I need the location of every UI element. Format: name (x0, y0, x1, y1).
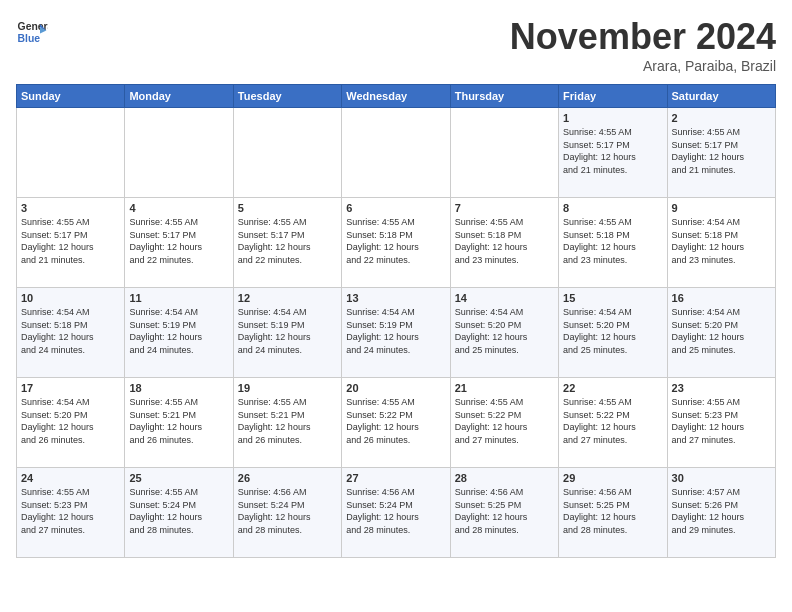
day-number: 10 (21, 292, 120, 304)
day-info: Sunrise: 4:56 AM Sunset: 5:24 PM Dayligh… (238, 486, 337, 536)
calendar-cell: 12Sunrise: 4:54 AM Sunset: 5:19 PM Dayli… (233, 288, 341, 378)
day-number: 23 (672, 382, 771, 394)
day-info: Sunrise: 4:55 AM Sunset: 5:23 PM Dayligh… (672, 396, 771, 446)
calendar-cell: 1Sunrise: 4:55 AM Sunset: 5:17 PM Daylig… (559, 108, 667, 198)
calendar-cell: 3Sunrise: 4:55 AM Sunset: 5:17 PM Daylig… (17, 198, 125, 288)
day-info: Sunrise: 4:55 AM Sunset: 5:17 PM Dayligh… (672, 126, 771, 176)
calendar-cell: 16Sunrise: 4:54 AM Sunset: 5:20 PM Dayli… (667, 288, 775, 378)
day-info: Sunrise: 4:54 AM Sunset: 5:20 PM Dayligh… (455, 306, 554, 356)
weekday-header-saturday: Saturday (667, 85, 775, 108)
day-info: Sunrise: 4:54 AM Sunset: 5:18 PM Dayligh… (21, 306, 120, 356)
calendar-cell: 15Sunrise: 4:54 AM Sunset: 5:20 PM Dayli… (559, 288, 667, 378)
day-info: Sunrise: 4:56 AM Sunset: 5:25 PM Dayligh… (455, 486, 554, 536)
svg-text:Blue: Blue (18, 33, 41, 44)
day-number: 11 (129, 292, 228, 304)
day-info: Sunrise: 4:55 AM Sunset: 5:18 PM Dayligh… (563, 216, 662, 266)
weekday-header-monday: Monday (125, 85, 233, 108)
calendar-cell: 21Sunrise: 4:55 AM Sunset: 5:22 PM Dayli… (450, 378, 558, 468)
month-title: November 2024 (510, 16, 776, 58)
day-info: Sunrise: 4:55 AM Sunset: 5:22 PM Dayligh… (563, 396, 662, 446)
day-number: 8 (563, 202, 662, 214)
calendar-cell (233, 108, 341, 198)
calendar-cell: 23Sunrise: 4:55 AM Sunset: 5:23 PM Dayli… (667, 378, 775, 468)
day-number: 2 (672, 112, 771, 124)
day-number: 6 (346, 202, 445, 214)
day-info: Sunrise: 4:55 AM Sunset: 5:23 PM Dayligh… (21, 486, 120, 536)
day-info: Sunrise: 4:55 AM Sunset: 5:17 PM Dayligh… (129, 216, 228, 266)
calendar-cell: 17Sunrise: 4:54 AM Sunset: 5:20 PM Dayli… (17, 378, 125, 468)
day-info: Sunrise: 4:56 AM Sunset: 5:25 PM Dayligh… (563, 486, 662, 536)
day-number: 21 (455, 382, 554, 394)
day-info: Sunrise: 4:54 AM Sunset: 5:18 PM Dayligh… (672, 216, 771, 266)
calendar-cell: 5Sunrise: 4:55 AM Sunset: 5:17 PM Daylig… (233, 198, 341, 288)
day-number: 13 (346, 292, 445, 304)
day-number: 18 (129, 382, 228, 394)
day-info: Sunrise: 4:55 AM Sunset: 5:17 PM Dayligh… (238, 216, 337, 266)
day-info: Sunrise: 4:55 AM Sunset: 5:18 PM Dayligh… (346, 216, 445, 266)
day-number: 16 (672, 292, 771, 304)
day-number: 22 (563, 382, 662, 394)
calendar-cell (17, 108, 125, 198)
day-info: Sunrise: 4:57 AM Sunset: 5:26 PM Dayligh… (672, 486, 771, 536)
day-info: Sunrise: 4:54 AM Sunset: 5:19 PM Dayligh… (346, 306, 445, 356)
calendar-cell (125, 108, 233, 198)
day-number: 12 (238, 292, 337, 304)
day-info: Sunrise: 4:54 AM Sunset: 5:19 PM Dayligh… (238, 306, 337, 356)
day-info: Sunrise: 4:54 AM Sunset: 5:20 PM Dayligh… (563, 306, 662, 356)
calendar-cell: 8Sunrise: 4:55 AM Sunset: 5:18 PM Daylig… (559, 198, 667, 288)
day-info: Sunrise: 4:56 AM Sunset: 5:24 PM Dayligh… (346, 486, 445, 536)
calendar-cell: 28Sunrise: 4:56 AM Sunset: 5:25 PM Dayli… (450, 468, 558, 558)
calendar-cell: 13Sunrise: 4:54 AM Sunset: 5:19 PM Dayli… (342, 288, 450, 378)
day-number: 24 (21, 472, 120, 484)
calendar-cell: 20Sunrise: 4:55 AM Sunset: 5:22 PM Dayli… (342, 378, 450, 468)
day-info: Sunrise: 4:55 AM Sunset: 5:21 PM Dayligh… (238, 396, 337, 446)
day-number: 27 (346, 472, 445, 484)
calendar-cell: 30Sunrise: 4:57 AM Sunset: 5:26 PM Dayli… (667, 468, 775, 558)
day-info: Sunrise: 4:55 AM Sunset: 5:18 PM Dayligh… (455, 216, 554, 266)
day-info: Sunrise: 4:55 AM Sunset: 5:24 PM Dayligh… (129, 486, 228, 536)
calendar-cell (342, 108, 450, 198)
day-info: Sunrise: 4:55 AM Sunset: 5:22 PM Dayligh… (455, 396, 554, 446)
day-info: Sunrise: 4:54 AM Sunset: 5:19 PM Dayligh… (129, 306, 228, 356)
calendar-cell: 18Sunrise: 4:55 AM Sunset: 5:21 PM Dayli… (125, 378, 233, 468)
day-number: 1 (563, 112, 662, 124)
day-number: 28 (455, 472, 554, 484)
location-subtitle: Arara, Paraiba, Brazil (510, 58, 776, 74)
day-number: 30 (672, 472, 771, 484)
day-info: Sunrise: 4:55 AM Sunset: 5:22 PM Dayligh… (346, 396, 445, 446)
calendar-cell: 24Sunrise: 4:55 AM Sunset: 5:23 PM Dayli… (17, 468, 125, 558)
calendar-cell: 22Sunrise: 4:55 AM Sunset: 5:22 PM Dayli… (559, 378, 667, 468)
weekday-header-friday: Friday (559, 85, 667, 108)
day-number: 9 (672, 202, 771, 214)
day-number: 19 (238, 382, 337, 394)
day-info: Sunrise: 4:55 AM Sunset: 5:17 PM Dayligh… (563, 126, 662, 176)
page-header: General Blue November 2024 Arara, Paraib… (16, 16, 776, 74)
logo: General Blue (16, 16, 48, 48)
calendar-cell: 25Sunrise: 4:55 AM Sunset: 5:24 PM Dayli… (125, 468, 233, 558)
calendar-cell: 19Sunrise: 4:55 AM Sunset: 5:21 PM Dayli… (233, 378, 341, 468)
day-number: 20 (346, 382, 445, 394)
logo-icon: General Blue (16, 16, 48, 48)
calendar-table: SundayMondayTuesdayWednesdayThursdayFrid… (16, 84, 776, 558)
weekday-header-sunday: Sunday (17, 85, 125, 108)
day-number: 7 (455, 202, 554, 214)
calendar-cell: 2Sunrise: 4:55 AM Sunset: 5:17 PM Daylig… (667, 108, 775, 198)
calendar-cell: 26Sunrise: 4:56 AM Sunset: 5:24 PM Dayli… (233, 468, 341, 558)
day-number: 4 (129, 202, 228, 214)
calendar-cell: 27Sunrise: 4:56 AM Sunset: 5:24 PM Dayli… (342, 468, 450, 558)
calendar-cell: 11Sunrise: 4:54 AM Sunset: 5:19 PM Dayli… (125, 288, 233, 378)
day-number: 25 (129, 472, 228, 484)
calendar-cell: 9Sunrise: 4:54 AM Sunset: 5:18 PM Daylig… (667, 198, 775, 288)
calendar-cell: 10Sunrise: 4:54 AM Sunset: 5:18 PM Dayli… (17, 288, 125, 378)
weekday-header-tuesday: Tuesday (233, 85, 341, 108)
day-number: 14 (455, 292, 554, 304)
weekday-header-thursday: Thursday (450, 85, 558, 108)
day-number: 3 (21, 202, 120, 214)
day-number: 5 (238, 202, 337, 214)
day-number: 26 (238, 472, 337, 484)
calendar-cell: 7Sunrise: 4:55 AM Sunset: 5:18 PM Daylig… (450, 198, 558, 288)
day-info: Sunrise: 4:55 AM Sunset: 5:21 PM Dayligh… (129, 396, 228, 446)
calendar-cell: 4Sunrise: 4:55 AM Sunset: 5:17 PM Daylig… (125, 198, 233, 288)
day-info: Sunrise: 4:55 AM Sunset: 5:17 PM Dayligh… (21, 216, 120, 266)
day-info: Sunrise: 4:54 AM Sunset: 5:20 PM Dayligh… (672, 306, 771, 356)
